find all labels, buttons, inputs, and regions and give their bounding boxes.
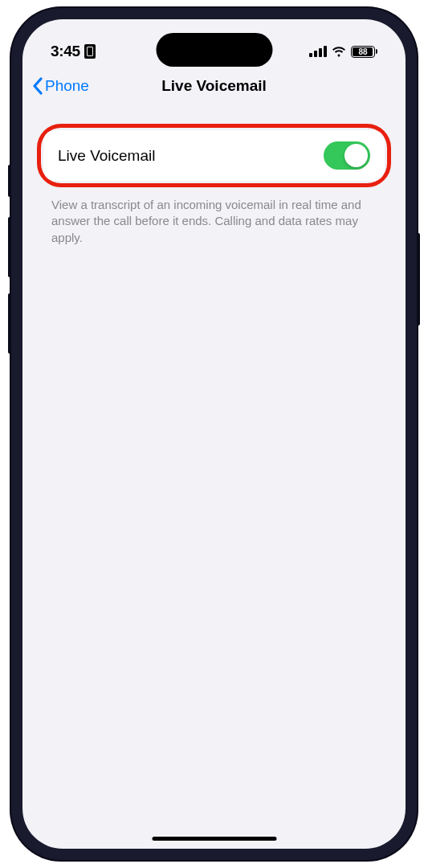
status-indicators: 88 <box>309 46 377 58</box>
time-text: 3:45 <box>51 43 80 60</box>
battery-percent: 88 <box>358 47 367 56</box>
content-area: Live Voicemail View a transcript of an i… <box>22 108 406 265</box>
volume-up-button <box>8 217 11 277</box>
volume-down-button <box>8 293 11 354</box>
setting-description: View a transcript of an incoming voicema… <box>37 194 391 249</box>
toggle-knob <box>344 144 368 167</box>
back-button[interactable]: Phone <box>32 77 89 95</box>
live-voicemail-row[interactable]: Live Voicemail <box>43 130 385 181</box>
navigation-bar: Phone Live Voicemail <box>22 68 406 108</box>
wifi-icon <box>332 46 346 57</box>
battery-indicator: 88 <box>351 46 377 58</box>
cellular-signal-icon <box>309 46 327 57</box>
dynamic-island <box>156 33 272 67</box>
power-button <box>417 233 420 326</box>
silent-switch <box>8 165 11 197</box>
back-button-label: Phone <box>45 77 89 95</box>
status-time: 3:45 <box>51 43 96 60</box>
home-indicator[interactable] <box>152 837 276 841</box>
screen: 3:45 88 <box>22 19 406 849</box>
annotation-highlight: Live Voicemail <box>37 124 391 187</box>
live-voicemail-label: Live Voicemail <box>58 147 155 165</box>
sim-icon <box>84 44 96 59</box>
chevron-back-icon <box>32 77 43 95</box>
page-title: Live Voicemail <box>161 77 267 95</box>
live-voicemail-toggle[interactable] <box>324 141 370 170</box>
phone-frame: 3:45 88 <box>11 8 417 860</box>
